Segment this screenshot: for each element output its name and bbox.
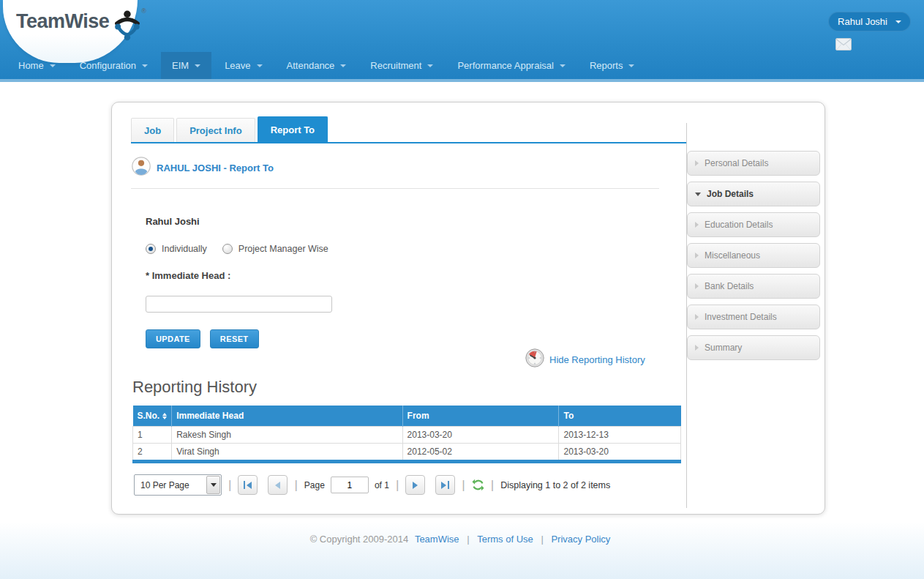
sidebar-item-education-details[interactable]: Education Details — [687, 212, 820, 237]
sidebar-item-personal-details[interactable]: Personal Details — [687, 151, 820, 176]
chevron-down-icon — [195, 64, 200, 67]
tab-project-info[interactable]: Project Info — [176, 118, 255, 142]
tab-underline — [131, 142, 686, 143]
separator: | — [462, 478, 465, 493]
prev-page-icon — [275, 482, 280, 489]
page-number-input[interactable] — [331, 477, 369, 493]
nav-item-configuration[interactable]: Configuration — [69, 52, 159, 79]
hide-history-link[interactable]: Hide Reporting History — [549, 354, 645, 365]
page-title: RAHUL JOSHI - Report To — [157, 163, 274, 173]
hide-history-toggle[interactable]: Hide Reporting History — [525, 348, 645, 370]
teamwise-logo[interactable]: TeamWise ® — [16, 9, 146, 44]
nav-item-eim[interactable]: EIM — [161, 52, 211, 79]
separator: | — [491, 478, 494, 493]
immediate-head-input[interactable] — [146, 296, 332, 313]
column-sno[interactable]: S.No. — [133, 406, 172, 427]
cell-immediate-head: Virat Singh — [172, 444, 402, 462]
chevron-right-icon — [695, 253, 699, 258]
nav-item-leave[interactable]: Leave — [214, 52, 273, 79]
chevron-right-icon — [695, 160, 699, 166]
refresh-icon — [472, 479, 484, 491]
nav-item-performance-appraisal[interactable]: Performance Appraisal — [446, 52, 576, 79]
pagination-bar: 10 Per Page | | Page of 1 | | — [134, 474, 610, 496]
gauge-icon — [525, 348, 544, 370]
logo-text: TeamWise — [16, 9, 109, 34]
page-label: Page — [304, 480, 325, 490]
radio-individually-label[interactable]: Individually — [162, 244, 207, 254]
cell-sno: 1 — [133, 427, 172, 444]
main-panel: Job Project Info Report To RAHUL JOSHI -… — [111, 102, 825, 515]
nav-item-home[interactable]: Home — [7, 52, 67, 79]
divider — [131, 188, 659, 189]
column-immediate-head[interactable]: Immediate Head — [172, 406, 402, 427]
refresh-button[interactable] — [472, 479, 484, 491]
table-header-row: S.No. Immediate Head From To — [133, 406, 681, 427]
radio-project-manager-wise[interactable] — [222, 244, 233, 254]
pagination-status: Displaying 1 to 2 of 2 items — [500, 480, 610, 490]
tab-job[interactable]: Job — [131, 118, 174, 142]
chevron-down-icon — [895, 20, 901, 23]
cell-from: 2012-05-02 — [402, 444, 559, 462]
chevron-down-icon — [628, 64, 634, 67]
chevron-down-icon — [340, 64, 346, 67]
per-page-select[interactable]: 10 Per Page — [134, 474, 222, 496]
first-page-icon — [244, 481, 252, 489]
column-to[interactable]: To — [559, 406, 681, 427]
separator: | — [396, 478, 399, 493]
cell-sno: 2 — [133, 444, 172, 462]
section-header: RAHUL JOSHI - Report To — [132, 157, 274, 179]
reset-button[interactable]: RESET — [210, 329, 259, 348]
reporting-history-table: S.No. Immediate Head From To 1 Rakesh Si… — [132, 406, 681, 463]
employee-name: Rahul Joshi — [146, 216, 200, 227]
sidebar-item-bank-details[interactable]: Bank Details — [687, 274, 820, 299]
first-page-button[interactable] — [238, 475, 258, 495]
footer-link-terms[interactable]: Terms of Use — [477, 534, 533, 545]
employee-avatar-icon — [132, 157, 151, 179]
update-button[interactable]: UPDATE — [146, 329, 200, 348]
mail-icon[interactable] — [835, 38, 852, 53]
sort-icon[interactable] — [162, 413, 167, 419]
sidebar-item-job-details[interactable]: Job Details — [687, 182, 820, 206]
table-row[interactable]: 2 Virat Singh 2012-05-02 2013-03-20 — [133, 444, 681, 462]
chevron-down-icon — [257, 64, 263, 67]
cell-to: 2013-03-20 — [559, 444, 681, 462]
sidebar-item-summary[interactable]: Summary — [687, 335, 820, 360]
chevron-down-icon — [560, 64, 566, 67]
sidebar-item-investment-details[interactable]: Investment Details — [687, 305, 820, 329]
chevron-down-icon — [695, 193, 701, 196]
radio-individually[interactable] — [146, 244, 156, 254]
cell-from: 2013-03-20 — [402, 427, 559, 444]
footer-link-privacy[interactable]: Privacy Policy — [551, 534, 610, 545]
last-page-button[interactable] — [435, 475, 455, 495]
select-arrow-icon[interactable] — [206, 476, 220, 494]
report-mode-radio-group: Individually Project Manager Wise — [146, 244, 328, 254]
column-from[interactable]: From — [402, 406, 559, 427]
details-accordion: Personal Details Job Details Education D… — [687, 151, 826, 366]
per-page-value: 10 Per Page — [140, 480, 189, 490]
sidebar-item-miscellaneous[interactable]: Miscellaneous — [687, 243, 820, 268]
app-header: TeamWise ® Home Configuration — [0, 0, 924, 82]
next-page-icon — [413, 482, 418, 489]
page-footer: © Copyright 2009-2014 TeamWise | Terms o… — [0, 522, 924, 579]
chevron-right-icon — [695, 345, 699, 351]
footer-link-teamwise[interactable]: TeamWise — [415, 534, 459, 545]
last-page-icon — [441, 481, 449, 489]
nav-item-recruitment[interactable]: Recruitment — [359, 52, 444, 79]
teamwise-person-icon — [113, 10, 140, 44]
tab-report-to[interactable]: Report To — [258, 116, 328, 142]
nav-item-attendance[interactable]: Attendance — [276, 52, 358, 79]
form-actions: UPDATE RESET — [146, 329, 259, 348]
table-row[interactable]: 1 Rakesh Singh 2013-03-20 2013-12-13 — [133, 427, 681, 444]
prev-page-button[interactable] — [268, 475, 288, 495]
radio-project-manager-wise-label[interactable]: Project Manager Wise — [238, 244, 328, 254]
nav-item-reports[interactable]: Reports — [579, 52, 646, 79]
cell-immediate-head: Rakesh Singh — [172, 427, 402, 444]
separator: | — [294, 478, 297, 493]
user-menu-button[interactable]: Rahul Joshi — [828, 12, 911, 31]
separator: | — [541, 534, 543, 545]
history-title: Reporting History — [132, 378, 257, 397]
cell-to: 2013-12-13 — [559, 427, 681, 444]
registered-mark: ® — [141, 7, 146, 15]
main-nav: Home Configuration EIM Leave Attendance … — [7, 52, 647, 79]
next-page-button[interactable] — [405, 475, 425, 495]
